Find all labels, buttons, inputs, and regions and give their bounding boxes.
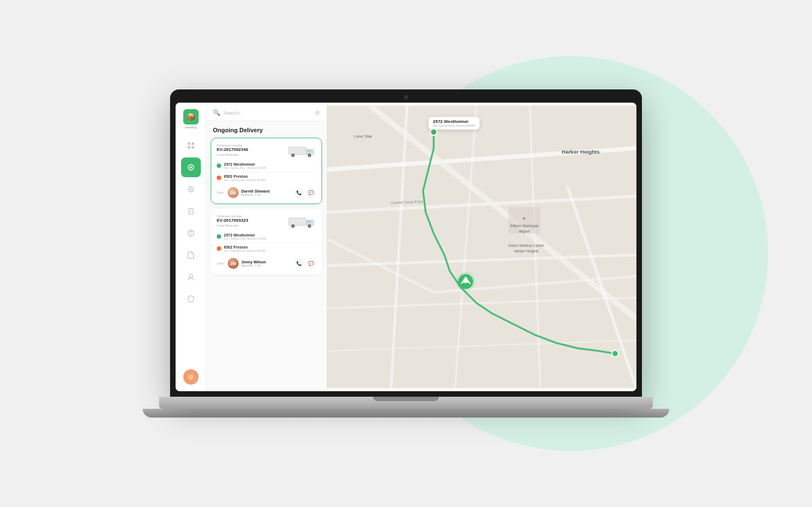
client-name-1: Darrell Steward — [241, 189, 291, 193]
stop-addr-1-0: Rd. Santa Ana, Illinois 85486 — [224, 166, 266, 170]
stop-pickup-1: 2972 Westheimer Rd. Santa Ana, Illinois … — [217, 160, 316, 172]
nav-document[interactable] — [181, 245, 201, 265]
client-label-1: Client — [217, 191, 224, 194]
dropoff-dot-1 — [217, 176, 221, 180]
svg-point-27 — [309, 226, 311, 227]
svg-point-56 — [464, 280, 467, 283]
delivery-card-1[interactable]: Shipment number EV-2017002346 Food Mater… — [211, 138, 322, 204]
nav-person[interactable] — [181, 267, 201, 287]
client-label-2: Client — [217, 262, 224, 265]
truck-icon-2 — [287, 215, 316, 228]
client-row-1: Client DS Darrell Steward Marlene, LTD 📞… — [217, 184, 316, 198]
card-top-2: Shipment number EV-2017003323 Food Mater… — [217, 215, 316, 228]
truck-icon-1 — [287, 144, 316, 157]
app-name: tracking — [185, 126, 196, 129]
svg-text:✈: ✈ — [522, 216, 526, 221]
tooltip-address: Rd. Santa Ana, Illinois 85486 — [433, 124, 475, 127]
nav-shield[interactable] — [181, 289, 201, 309]
svg-rect-14 — [289, 147, 306, 155]
client-actions-2: 📞 💬 — [294, 258, 316, 268]
laptop-wrapper: 📦 tracking — [159, 89, 653, 418]
pickup-dot-1 — [217, 164, 221, 168]
avatar-darrell: DS — [228, 187, 239, 198]
stop-name-2-1: 8502 Preston — [224, 245, 266, 249]
map-svg: ✈ Killeen Municipal Airport Harker Heigh… — [327, 103, 636, 391]
client-actions-1: 📞 💬 — [294, 188, 316, 198]
svg-point-52 — [612, 351, 618, 357]
shipment-number-2: EV-2017003323 — [217, 218, 248, 223]
message-button-2[interactable]: 💬 — [306, 258, 316, 268]
stop-addr-2-1: Rd. Inglewood, Maine 98380 — [224, 249, 266, 252]
svg-text:Airport: Airport — [519, 229, 530, 234]
svg-point-13 — [189, 274, 193, 278]
search-icon: 🔍 — [213, 109, 221, 116]
laptop-notch — [373, 397, 439, 401]
laptop-screen: 📦 tracking — [170, 89, 642, 397]
stop-name-2-0: 2972 Westheimer — [224, 233, 266, 237]
page-title: Ongoing Delivery — [206, 121, 326, 138]
svg-rect-2 — [188, 146, 190, 149]
call-button-1[interactable]: 📞 — [294, 188, 304, 198]
nav-tracking[interactable] — [181, 157, 201, 177]
shipment-type-1: Food Materials — [217, 153, 248, 156]
svg-text:Seton Medical Center: Seton Medical Center — [509, 244, 545, 247]
filter-icon[interactable]: ⚙ — [315, 110, 320, 116]
svg-rect-7 — [189, 209, 193, 214]
svg-point-5 — [190, 166, 192, 168]
panel-header: 🔍 Search... ⚙ — [206, 103, 326, 121]
svg-point-25 — [292, 226, 294, 227]
svg-point-18 — [292, 155, 294, 156]
logo-icon: 📦 — [183, 109, 199, 125]
shipment-type-2: Food Materials — [217, 224, 248, 227]
client-company-1: Marlene, LTD — [241, 193, 291, 196]
svg-rect-0 — [188, 142, 190, 145]
svg-text:Harker Heights: Harker Heights — [562, 149, 600, 155]
svg-point-20 — [309, 155, 311, 156]
pickup-dot-2 — [217, 234, 221, 239]
nav-package[interactable] — [181, 223, 201, 243]
card-top-1: Shipment number EV-2017002346 Food Mater… — [217, 144, 316, 157]
nav-clipboard[interactable] — [181, 201, 201, 221]
stop-name-1-1: 8502 Preston — [224, 174, 266, 178]
sidebar: 📦 tracking — [176, 103, 206, 391]
svg-text:Lone Star: Lone Star — [354, 134, 373, 139]
shipment-number-1: EV-2017002346 — [217, 147, 248, 152]
avatar-jenny: JW — [228, 258, 239, 269]
client-info-2: Jenny Wilson Marlene, LTD — [241, 260, 291, 267]
svg-rect-3 — [191, 146, 194, 149]
logo-container: 📦 tracking — [183, 109, 199, 129]
nav-globe[interactable] — [181, 179, 201, 199]
stop-pickup-2: 2972 Westheimer Rd. Santa Ana, Illinois … — [217, 231, 316, 243]
map-area: ✈ Killeen Municipal Airport Harker Heigh… — [327, 103, 636, 391]
svg-text:Killeen Municipal: Killeen Municipal — [510, 224, 538, 228]
svg-rect-1 — [191, 142, 194, 145]
call-button-2[interactable]: 📞 — [294, 258, 304, 268]
map-tooltip: 2972 Westheimer Rd. Santa Ana, Illinois … — [428, 117, 480, 129]
dropoff-dot-2 — [217, 246, 221, 251]
stop-addr-1-1: Rd. Inglewood, Maine 98380 — [224, 178, 266, 182]
camera-dot — [404, 95, 408, 99]
client-row-2: Client JW Jenny Wilson Marlene, LTD 📞 💬 — [217, 255, 316, 269]
client-company-2: Marlene, LTD — [241, 264, 291, 267]
stop-dropoff-2: 8502 Preston Rd. Inglewood, Maine 98380 — [217, 243, 316, 255]
client-name-2: Jenny Wilson — [241, 260, 291, 264]
laptop-bottom — [159, 397, 653, 409]
user-avatar-sidebar[interactable]: U — [183, 369, 199, 385]
stop-name-1-0: 2972 Westheimer — [224, 162, 266, 166]
laptop-base — [143, 409, 669, 418]
svg-rect-21 — [289, 218, 306, 226]
svg-rect-16 — [307, 150, 311, 153]
stop-dropoff-1: 8502 Preston Rd. Inglewood, Maine 98380 — [217, 172, 316, 184]
search-input[interactable]: Search... — [224, 110, 312, 116]
svg-text:Harker Heights: Harker Heights — [514, 249, 539, 254]
stop-addr-2-0: Rd. Santa Ana, Illinois 85486 — [224, 237, 266, 240]
main-panel: 🔍 Search... ⚙ Ongoing Delivery Shipment … — [206, 103, 327, 391]
svg-point-51 — [431, 129, 437, 136]
svg-rect-23 — [307, 221, 311, 223]
tooltip-title: 2972 Westheimer — [433, 119, 475, 124]
nav-grid[interactable] — [181, 136, 201, 155]
svg-rect-8 — [190, 208, 192, 209]
delivery-card-2[interactable]: Shipment number EV-2017003323 Food Mater… — [211, 209, 322, 275]
message-button-1[interactable]: 💬 — [306, 188, 316, 198]
client-info-1: Darrell Steward Marlene, LTD — [241, 189, 291, 196]
